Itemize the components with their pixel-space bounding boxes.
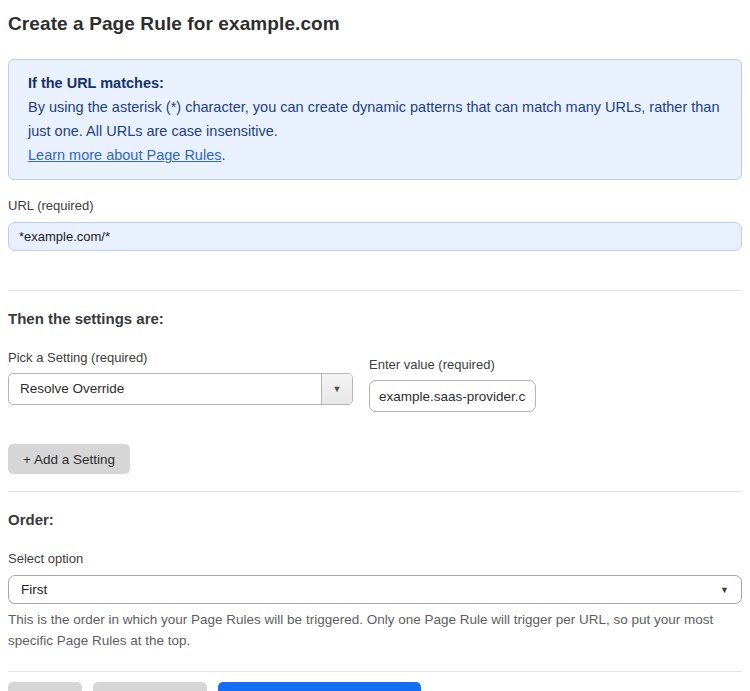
order-help-text: This is the order in which your Page Rul… [8, 609, 742, 651]
info-box-heading: If the URL matches: [28, 71, 722, 95]
divider [8, 671, 742, 672]
url-input[interactable] [8, 222, 742, 251]
page-title: Create a Page Rule for example.com [8, 13, 742, 35]
info-box-body: By using the asterisk (*) character, you… [28, 95, 722, 143]
save-and-deploy-button[interactable]: Save and Deploy Page Rule [218, 682, 422, 691]
chevron-down-icon: ▼ [720, 576, 729, 603]
setting-value-column: Enter value (required) [369, 334, 536, 412]
learn-more-link[interactable]: Learn more about Page Rules [28, 147, 221, 163]
order-select-dropdown[interactable]: First ▼ [8, 575, 742, 604]
url-match-info-box: If the URL matches: By using the asteris… [8, 59, 742, 180]
setting-select-arrow-button[interactable]: ▼ [321, 374, 352, 404]
settings-row: Pick a Setting (required) Resolve Overri… [8, 327, 742, 412]
setting-select-value: Resolve Override [9, 374, 321, 404]
order-select-label: Select option [8, 551, 742, 566]
footer-actions: Cancel Save as Draft Save and Deploy Pag… [8, 682, 742, 691]
order-section-heading: Order: [8, 511, 742, 528]
setting-select-label: Pick a Setting (required) [8, 350, 353, 365]
order-select-value: First [9, 576, 741, 603]
divider [8, 290, 742, 291]
page-rule-form: Create a Page Rule for example.com If th… [0, 0, 750, 691]
save-as-draft-button[interactable]: Save as Draft [93, 682, 207, 691]
setting-select-dropdown[interactable]: Resolve Override ▼ [8, 373, 353, 405]
setting-select-column: Pick a Setting (required) Resolve Overri… [8, 327, 353, 405]
setting-value-label: Enter value (required) [369, 357, 536, 372]
url-field-label: URL (required) [8, 198, 742, 213]
info-box-link-line: Learn more about Page Rules. [28, 143, 722, 167]
divider [8, 491, 742, 492]
setting-value-input[interactable] [369, 380, 536, 412]
chevron-down-icon: ▼ [333, 384, 342, 394]
settings-section-heading: Then the settings are: [8, 310, 742, 327]
add-setting-button[interactable]: + Add a Setting [8, 444, 130, 474]
link-suffix: . [221, 147, 225, 163]
cancel-button[interactable]: Cancel [8, 682, 82, 691]
